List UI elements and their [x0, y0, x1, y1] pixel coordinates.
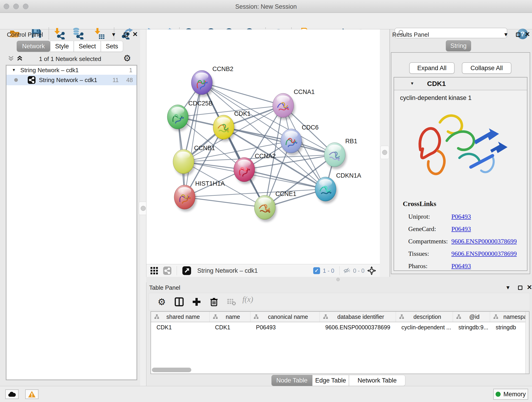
- show-grid-button[interactable]: [150, 264, 158, 277]
- results-panel-menu-icon[interactable]: ▾: [505, 31, 507, 38]
- table-cell[interactable]: cyclin-dependent ...: [396, 322, 453, 332]
- network-collection-row[interactable]: ▼ String Network – cdk1 1: [6, 65, 137, 75]
- column-header-description[interactable]: description: [396, 312, 453, 322]
- table-panel-close-icon[interactable]: ✕: [527, 283, 532, 291]
- selected-count: 1 - 0: [323, 268, 334, 274]
- column-header-canonical-name[interactable]: canonical name: [250, 312, 320, 322]
- column-type-icon: [493, 314, 498, 319]
- add-column-button[interactable]: [191, 296, 203, 308]
- crosslink-link[interactable]: P06493: [451, 262, 471, 270]
- splitter-grip-icon: [141, 206, 146, 211]
- column-header-name[interactable]: name: [210, 312, 251, 322]
- crosslink-label: Compartments:: [408, 238, 451, 245]
- network-node-HIST1H1A[interactable]: HIST1H1A: [174, 180, 225, 211]
- collapse-all-button[interactable]: Collapse All: [462, 62, 511, 74]
- results-panel-float-icon[interactable]: [516, 32, 520, 37]
- right-splitter[interactable]: [380, 29, 390, 277]
- network-edge-CCNB2-CCNA1[interactable]: [202, 83, 283, 105]
- tab-string[interactable]: String: [446, 40, 471, 51]
- column-header-database-identifier[interactable]: database identifier: [320, 312, 396, 322]
- node-name: CDK1: [427, 80, 446, 88]
- tab-network[interactable]: Network: [17, 41, 50, 52]
- results-panel-close-icon[interactable]: ✕: [525, 31, 530, 38]
- node-label-CDC6: CDC6: [302, 124, 319, 131]
- tab-style[interactable]: Style: [50, 41, 74, 52]
- cloud-status-button[interactable]: [5, 389, 19, 399]
- collection-expander-icon[interactable]: ▼: [12, 68, 16, 72]
- control-panel: Control Panel ▾ ✕ Network Style Select S…: [0, 29, 140, 386]
- table-options-gear-icon[interactable]: ⚙: [156, 296, 168, 308]
- crosslinks-list: Uniprot:P06493GeneCard:P06493Compartment…: [408, 211, 523, 272]
- crosslink-link[interactable]: P06493: [451, 225, 471, 233]
- node-table[interactable]: shared namenamecanonical namedatabase id…: [151, 311, 530, 374]
- crosslink-link[interactable]: 9606.ENSP00000378699: [451, 250, 517, 257]
- table-panel-float-icon[interactable]: [518, 286, 522, 290]
- control-panel-menu-icon[interactable]: ▾: [112, 31, 115, 38]
- selected-checkbox-icon[interactable]: ✓: [313, 267, 320, 274]
- cytoscape-window: Session: New Session: [0, 0, 532, 402]
- tab-select[interactable]: Select: [74, 41, 101, 52]
- collapse-entry-icon[interactable]: ▼: [410, 81, 414, 86]
- tab-edge-table[interactable]: Edge Table: [312, 375, 349, 386]
- node-result-body: cyclin-dependent kinase 1: [394, 90, 527, 270]
- function-builder-button[interactable]: f(x): [242, 295, 253, 304]
- crosslink-link[interactable]: 9606.ENSP00000378699: [451, 238, 517, 245]
- network-node-CCNB2[interactable]: CCNB2: [191, 65, 234, 97]
- network-node-CCNE1[interactable]: CCNE1: [254, 191, 297, 222]
- column-header-namespace[interactable]: namespace: [490, 312, 530, 322]
- table-cell[interactable]: P06493: [250, 322, 320, 332]
- memory-ok-dot-icon: [496, 392, 500, 397]
- hidden-toggle[interactable]: 0 - 0: [343, 264, 365, 277]
- table-cell[interactable]: CDK1: [151, 322, 210, 332]
- left-splitter[interactable]: [140, 29, 146, 386]
- right-splitter-handle[interactable]: [380, 146, 389, 159]
- node-label-CCNB1: CCNB1: [194, 145, 215, 152]
- tab-network-table[interactable]: Network Table: [349, 375, 405, 386]
- table-cell[interactable]: stringdb: [490, 322, 530, 332]
- network-node-CDKN1A[interactable]: CDKN1A: [315, 172, 361, 204]
- tab-sets[interactable]: Sets: [101, 41, 123, 52]
- crosslink-row: Pharos:P06493: [408, 260, 523, 272]
- warning-status-button[interactable]: [25, 389, 38, 399]
- node-label-CDKN1A: CDKN1A: [336, 172, 361, 179]
- warning-icon: [28, 391, 36, 398]
- network-edge-HIST1H1A-CCNE1[interactable]: [185, 197, 265, 207]
- table-cell[interactable]: 9606.ENSP00000378699: [320, 322, 396, 332]
- table-vertical-scrollbar[interactable]: [525, 312, 529, 374]
- node-result-header[interactable]: ▼ CDK1: [394, 77, 527, 90]
- network-row-selected[interactable]: String Network – cdk1 11 48: [6, 75, 137, 85]
- network-edge-CCNB2-HIST1H1A[interactable]: [185, 83, 202, 197]
- selected-toggle[interactable]: ✓ 1 - 0: [313, 264, 334, 277]
- memory-label: Memory: [503, 391, 526, 398]
- network-type-button[interactable]: [163, 264, 172, 277]
- memory-button[interactable]: Memory: [493, 389, 528, 400]
- delete-column-button[interactable]: [208, 296, 220, 308]
- table-horizontal-scrollbar[interactable]: [152, 368, 191, 372]
- crosslinks-title: CrossLinks: [403, 200, 436, 208]
- collection-label: String Network – cdk1: [20, 67, 79, 74]
- column-type-icon: [323, 314, 328, 319]
- table-cell[interactable]: stringdb:9...: [453, 322, 490, 332]
- column-header-shared-name[interactable]: shared name: [151, 312, 210, 322]
- table-row[interactable]: CDK1CDK1P064939606.ENSP00000378699cyclin…: [151, 322, 530, 332]
- network-node-RB1[interactable]: RB1: [324, 138, 357, 169]
- columns-icon: [174, 297, 184, 307]
- horizontal-splitter[interactable]: [146, 277, 532, 282]
- network-node-CDK1[interactable]: CDK1: [213, 110, 251, 142]
- column-header--id[interactable]: @id: [453, 312, 490, 322]
- hidden-count: 0 - 0: [353, 268, 365, 274]
- expand-all-button[interactable]: Expand All: [409, 62, 455, 74]
- table-cell[interactable]: CDK1: [210, 322, 251, 332]
- tab-node-table[interactable]: Node Table: [272, 375, 312, 386]
- show-columns-button[interactable]: [173, 296, 185, 308]
- detach-view-button[interactable]: [182, 264, 191, 277]
- network-canvas[interactable]: CCNB2CCNA1CDC25BCDK1CDC6RB1CCNB1CCNA2CDK…: [146, 29, 380, 264]
- crosslink-link[interactable]: P06493: [451, 213, 471, 220]
- table-panel-menu-icon[interactable]: ▾: [507, 284, 509, 291]
- share-gray-icon: [163, 266, 172, 275]
- control-panel-close-icon[interactable]: ✕: [133, 31, 138, 38]
- delete-table-button[interactable]: [225, 296, 237, 308]
- network-options-gear-icon[interactable]: ⚙: [123, 53, 131, 63]
- control-panel-float-icon[interactable]: [124, 32, 128, 37]
- birdseye-button[interactable]: [367, 264, 376, 277]
